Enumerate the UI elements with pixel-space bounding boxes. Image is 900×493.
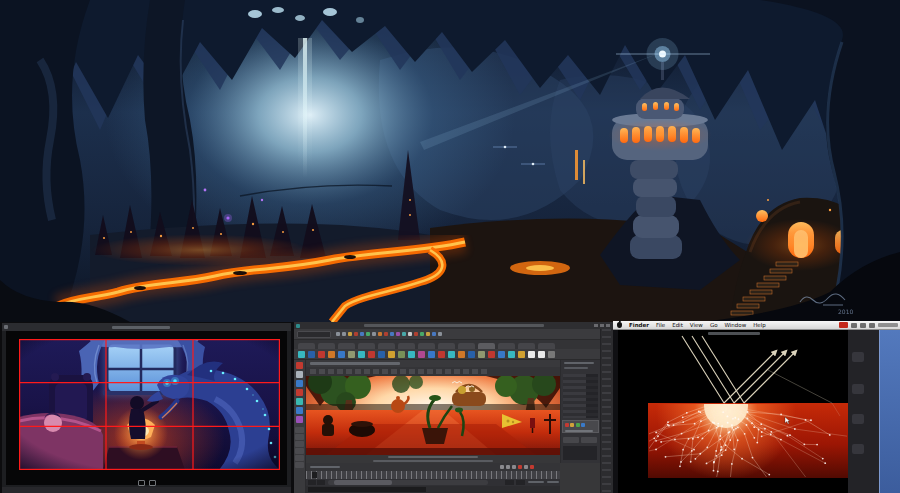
layer-editor-mini-panel[interactable] [562, 420, 599, 433]
tool-icon[interactable] [328, 351, 335, 358]
channel-box-button-1[interactable] [563, 437, 579, 443]
tool-icon[interactable] [372, 332, 376, 336]
tool-icon[interactable] [538, 351, 545, 358]
menubar-clock[interactable] [878, 323, 898, 327]
battery-icon[interactable] [860, 323, 866, 328]
maya-range-slider[interactable] [306, 479, 560, 486]
tool-icon[interactable] [488, 351, 495, 358]
tool-icon[interactable] [296, 398, 303, 405]
channel-box-button-2[interactable] [581, 437, 597, 443]
tool-icon[interactable] [296, 380, 303, 387]
cursor-icon[interactable] [138, 480, 145, 486]
tool-icon[interactable] [408, 332, 412, 336]
tool-icon[interactable] [348, 332, 352, 336]
tool-icon[interactable] [498, 351, 505, 358]
tool-icon[interactable] [418, 351, 425, 358]
side-panel-icon-1[interactable] [852, 352, 864, 362]
maya-toolbox[interactable] [294, 360, 306, 493]
pages-icon[interactable] [149, 480, 156, 486]
tool-icon[interactable] [318, 351, 325, 358]
tool-icon[interactable] [308, 351, 315, 358]
menu-item-go[interactable]: Go [710, 321, 718, 330]
maya-panel-menubar[interactable] [306, 360, 560, 367]
tool-icon[interactable] [565, 423, 569, 427]
maya-command-line[interactable] [306, 486, 560, 493]
menu-item-help[interactable]: Help [753, 321, 766, 330]
tool-icon[interactable] [296, 416, 303, 423]
maya-transport-buttons[interactable] [500, 465, 534, 469]
tool-icon[interactable] [402, 332, 406, 336]
tool-icon[interactable] [581, 423, 585, 427]
tool-icon[interactable] [384, 332, 388, 336]
mac-menubar[interactable]: Finder File Edit View Go Window Help [613, 321, 900, 330]
tool-icon[interactable] [432, 332, 436, 336]
maya-window-buttons[interactable] [594, 324, 610, 327]
menu-item-file[interactable]: File [656, 321, 665, 330]
tool-icon[interactable] [336, 332, 340, 336]
tool-icon[interactable] [478, 351, 485, 358]
maya-time-slider[interactable] [306, 471, 560, 479]
maya-viewport-toolbar[interactable] [306, 367, 560, 376]
layer-color-dots[interactable] [563, 421, 598, 428]
channel-box-list[interactable] [563, 446, 597, 460]
tool-icon[interactable] [448, 351, 455, 358]
viewer-titlebar[interactable] [2, 323, 291, 331]
side-panel-icon-3[interactable] [852, 414, 864, 424]
maya-tool-icons[interactable] [294, 360, 305, 423]
tool-icon[interactable] [512, 465, 516, 469]
tool-icon[interactable] [368, 351, 375, 358]
tool-icon[interactable] [524, 465, 528, 469]
viewer-toolbar[interactable] [138, 480, 156, 486]
image-viewer-window[interactable] [2, 323, 291, 493]
tool-icon[interactable] [530, 465, 534, 469]
tool-icon[interactable] [296, 371, 303, 378]
tool-icon[interactable] [570, 423, 574, 427]
display-icon[interactable] [851, 323, 857, 328]
maya-shelf[interactable] [294, 349, 613, 360]
menu-item-window[interactable]: Window [725, 321, 747, 330]
maya-shelf-icons[interactable] [298, 351, 555, 358]
tool-icon[interactable] [396, 332, 400, 336]
tool-icon[interactable] [360, 332, 364, 336]
maya-viewport[interactable] [306, 376, 560, 455]
tool-icon[interactable] [548, 351, 555, 358]
maya-window[interactable] [294, 322, 613, 493]
tool-icon[interactable] [528, 351, 535, 358]
maya-shelf-tabs[interactable] [294, 340, 613, 349]
tool-icon[interactable] [438, 351, 445, 358]
tool-icon[interactable] [576, 423, 580, 427]
menubar-status-area[interactable] [839, 322, 898, 328]
wifi-icon[interactable] [869, 323, 875, 328]
maya-right-dock-strip[interactable] [600, 329, 613, 493]
tool-icon[interactable] [518, 351, 525, 358]
tool-icon[interactable] [408, 351, 415, 358]
tool-icon[interactable] [420, 332, 424, 336]
menu-item-finder[interactable]: Finder [629, 321, 649, 330]
tool-icon[interactable] [378, 332, 382, 336]
menu-item-view[interactable]: View [690, 321, 703, 330]
tool-icon[interactable] [366, 332, 370, 336]
recording-badge-icon[interactable] [839, 322, 848, 328]
side-panel-icon-4[interactable] [852, 444, 864, 454]
tool-icon[interactable] [354, 332, 358, 336]
tool-icon[interactable] [428, 351, 435, 358]
tool-icon[interactable] [342, 332, 346, 336]
maya-channel-box[interactable] [560, 360, 600, 463]
tool-icon[interactable] [438, 332, 442, 336]
tool-icon[interactable] [398, 351, 405, 358]
tool-icon[interactable] [298, 351, 305, 358]
tool-icon[interactable] [358, 351, 365, 358]
maya-titlebar[interactable] [294, 322, 613, 329]
maya-layout-buttons[interactable] [294, 427, 305, 468]
maya-menuset-dropdown[interactable] [297, 331, 331, 338]
tool-icon[interactable] [414, 332, 418, 336]
tool-icon[interactable] [296, 407, 303, 414]
tool-icon[interactable] [458, 351, 465, 358]
maya-status-line[interactable] [294, 329, 613, 340]
tool-icon[interactable] [348, 351, 355, 358]
tool-icon[interactable] [296, 362, 303, 369]
tool-icon[interactable] [500, 465, 504, 469]
tool-icon[interactable] [338, 351, 345, 358]
tool-icon[interactable] [426, 332, 430, 336]
tool-icon[interactable] [508, 351, 515, 358]
